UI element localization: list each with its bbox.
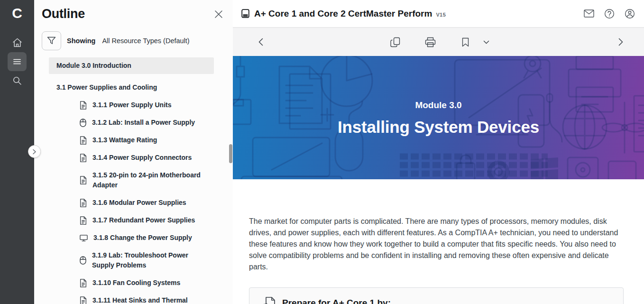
document-icon	[80, 279, 87, 287]
outline-item[interactable]: 3.1.9 Lab: Troubleshoot Power Supply Pro…	[49, 247, 214, 274]
outline-item-current[interactable]: Module 3.0 Introduction	[49, 57, 214, 74]
outline-item-label: 3.1.6 Modular Power Supplies	[92, 198, 186, 208]
outline-item-label: 3.1.4 Power Supply Connectors	[92, 153, 192, 163]
document-icon	[80, 216, 87, 225]
outline-scrollbar-thumb[interactable]	[229, 144, 232, 163]
course-header: A+ Core 1 and Core 2 CertMaster Perform …	[233, 0, 644, 28]
outline-item[interactable]: 3.1.5 20-pin to 24-pin Motherboard Adapt…	[49, 166, 214, 194]
account-icon[interactable]	[624, 8, 635, 19]
outline-item-label: 3.1.3 Wattage Rating	[92, 135, 157, 145]
reader-toolbar	[233, 28, 644, 56]
course-book-icon	[241, 9, 250, 18]
bookmark-icon[interactable]	[460, 36, 472, 48]
outline-item-label: Module 3.0 Introduction	[56, 62, 131, 69]
help-icon[interactable]	[604, 8, 615, 19]
lab-mouse-icon	[80, 256, 86, 265]
outline-item[interactable]: 3.1.3 Wattage Rating	[49, 131, 214, 149]
document-gear-icon	[263, 296, 275, 304]
lab-mouse-icon	[80, 119, 86, 127]
document-icon	[80, 136, 87, 145]
outline-item[interactable]: 3.1.10 Fan Cooling Systems	[49, 274, 214, 292]
course-title: A+ Core 1 and Core 2 CertMaster Perform	[254, 9, 432, 19]
outline-panel: Outline Showing All Resource Types (Defa…	[34, 0, 233, 304]
document-icon	[80, 199, 87, 207]
banner-module-label: Module 3.0	[415, 100, 461, 111]
back-chevron-icon[interactable]	[255, 36, 267, 48]
filter-funnel-icon[interactable]	[42, 31, 61, 50]
document-icon	[80, 101, 87, 110]
outline-item[interactable]: 3.1.2 Lab: Install a Power Supply	[49, 114, 214, 131]
home-icon[interactable]	[8, 33, 27, 52]
outline-item-label: 3.1.9 Lab: Troubleshoot Power Supply Pro…	[92, 250, 207, 270]
filter-value: All Resource Types (Default)	[102, 37, 189, 45]
document-icon	[80, 176, 87, 184]
outline-item-label: 3.1.7 Redundant Power Supplies	[92, 215, 195, 225]
outline-item[interactable]: 3.1.4 Power Supply Connectors	[49, 149, 214, 166]
outline-item-label: 3.1.2 Lab: Install a Power Supply	[92, 118, 195, 128]
prepare-card: Prepare for A+ Core 1 by:	[249, 287, 624, 304]
outline-item-label: 3.1.5 20-pin to 24-pin Motherboard Adapt…	[92, 170, 207, 190]
outline-list: Module 3.0 Introduction 3.1 Power Suppli…	[49, 57, 214, 304]
lesson-content: The market for computer parts is complic…	[233, 179, 644, 304]
filter-showing-label: Showing	[67, 37, 95, 45]
forward-chevron-icon[interactable]	[615, 36, 627, 48]
intro-paragraph: The market for computer parts is complic…	[249, 216, 624, 273]
outline-item-label: 3.1.10 Fan Cooling Systems	[92, 278, 180, 288]
print-icon[interactable]	[424, 36, 437, 48]
main-content-area: A+ Core 1 and Core 2 CertMaster Perform …	[233, 0, 644, 304]
prepare-heading: Prepare for A+ Core 1 by:	[282, 298, 391, 304]
outline-item-label: 3.1.11 Heat Sinks and Thermal	[92, 295, 188, 304]
panel-expand-chevron-icon[interactable]	[28, 145, 41, 158]
outline-item[interactable]: 3.1.1 Power Supply Units	[49, 96, 214, 114]
document-icon	[80, 296, 87, 304]
document-icon	[80, 154, 87, 162]
mail-icon[interactable]	[583, 8, 595, 19]
outline-item[interactable]: 3.1.11 Heat Sinks and Thermal	[49, 292, 214, 304]
outline-menu-icon[interactable]	[8, 52, 27, 71]
outline-item-label: 3.1.8 Change the Power Supply	[93, 233, 192, 243]
outline-item[interactable]: 3.1.6 Modular Power Supplies	[49, 194, 214, 212]
outline-item-label: 3.1.1 Power Supply Units	[92, 100, 172, 110]
simulation-monitor-icon	[80, 234, 88, 242]
search-icon[interactable]	[8, 71, 27, 90]
outline-item[interactable]: 3.1.8 Change the Power Supply	[49, 229, 214, 247]
copy-icon[interactable]	[389, 36, 402, 48]
close-icon[interactable]	[214, 9, 223, 19]
outline-section-label: 3.1 Power Supplies and Cooling	[56, 83, 157, 91]
bookmark-expand-chevron-icon[interactable]	[480, 36, 493, 48]
banner-module-title: Installing System Devices	[338, 118, 539, 137]
outline-panel-title: Outline	[42, 7, 85, 21]
course-version-badge: V15	[436, 12, 446, 18]
module-hero-banner: Module 3.0 Installing System Devices	[233, 56, 644, 179]
outline-item[interactable]: 3.1.7 Redundant Power Supplies	[49, 212, 214, 229]
outline-section[interactable]: 3.1 Power Supplies and Cooling	[49, 78, 214, 96]
comptia-logo: C	[0, 0, 34, 27]
